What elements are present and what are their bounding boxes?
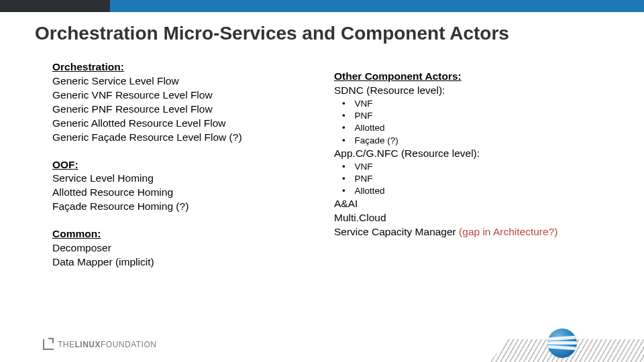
sdnc-b2: PNF [354, 110, 617, 122]
sdnc-list: VNF PNF Allotted Façade (?) [334, 98, 617, 147]
common-l2: Data Mapper (implicit) [52, 255, 321, 269]
left-column: Orchestration: Generic Service Level Flo… [52, 60, 334, 283]
orchestration-section: Orchestration: Generic Service Level Flo… [52, 60, 321, 145]
appc-b3: Allotted [354, 185, 617, 197]
orchestration-head: Orchestration: [52, 60, 321, 74]
aai-line: A&AI [334, 197, 617, 211]
sdnc-b4: Façade (?) [354, 135, 617, 147]
orch-l2: Generic VNF Resource Level Flow [52, 88, 321, 103]
lf-txt-3: FOUNDATION [101, 340, 156, 349]
common-head: Common: [52, 227, 321, 241]
multicloud-line: Multi.Cloud [334, 211, 617, 225]
sdnc-b1: VNF [354, 98, 617, 110]
att-globe-icon [547, 328, 577, 358]
lf-txt-1: THE [58, 340, 75, 349]
common-section: Common: Decomposer Data Mapper (implicit… [52, 227, 321, 269]
other-actors-head: Other Component Actors: [334, 70, 617, 84]
header-dark-rect [0, 0, 110, 12]
scm-pre: Service Capacity Manager [334, 226, 459, 237]
appc-list: VNF PNF Allotted [334, 161, 617, 198]
oof-head: OOF: [52, 158, 321, 172]
page-title: Orchestration Micro-Services and Compone… [35, 23, 644, 44]
oof-section: OOF: Service Level Homing Allotted Resou… [52, 158, 321, 215]
orch-l5: Generic Façade Resource Level Flow (?) [52, 131, 321, 145]
right-column: Other Component Actors: SDNC (Resource l… [334, 60, 617, 283]
appc-head: App.C/G.NFC (Resource level): [334, 147, 617, 161]
orch-l3: Generic PNF Resource Level Flow [52, 103, 321, 117]
scm-gap: (gap in Architecture?) [459, 226, 557, 237]
linux-foundation-logo: THELINUXFOUNDATION [43, 339, 156, 350]
appc-b2: PNF [354, 173, 617, 185]
sdnc-b3: Allotted [354, 122, 617, 134]
orch-l1: Generic Service Level Flow [52, 74, 321, 88]
orch-l4: Generic Allotted Resource Level Flow [52, 117, 321, 131]
scm-line: Service Capacity Manager (gap in Archite… [334, 225, 617, 239]
header-accent-bar [35, 0, 644, 12]
common-l1: Decomposer [52, 241, 321, 255]
sdnc-head: SDNC (Resource level): [334, 84, 617, 98]
appc-b1: VNF [354, 161, 617, 173]
oof-l2: Allotted Resource Homing [52, 186, 321, 200]
oof-l3: Façade Resource Homing (?) [52, 200, 321, 214]
lf-icon [43, 339, 54, 350]
oof-l1: Service Level Homing [52, 172, 321, 186]
lf-txt-2: LINUX [75, 340, 101, 349]
